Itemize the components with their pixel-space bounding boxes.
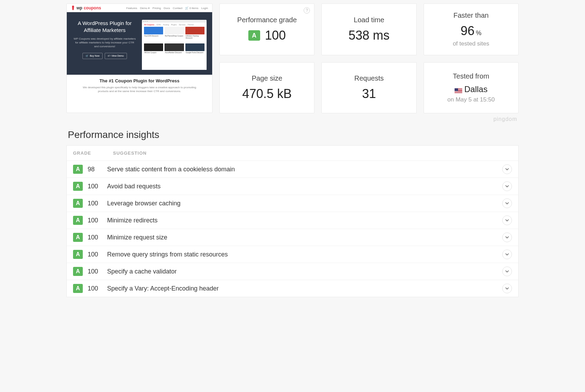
chevron-down-icon [505, 167, 509, 171]
preview-hero-sub: WP Coupons was developed by affiliate ma… [73, 37, 136, 49]
preview-buy-button: 🛒 Buy Now [82, 53, 103, 59]
grade-badge: A [73, 267, 83, 276]
insight-row[interactable]: A100Specify a cache validator [67, 263, 518, 280]
insights-table: GRADE SUGGESTION A98Serve static content… [66, 145, 519, 297]
expand-button[interactable] [502, 267, 512, 276]
insight-row[interactable]: A100Remove query strings from static res… [67, 246, 518, 263]
insight-score: 100 [83, 268, 107, 275]
insight-row[interactable]: A100Avoid bad requests [67, 178, 518, 195]
insight-suggestion: Specify a Vary: Accept-Encoding header [107, 285, 502, 292]
expand-button[interactable] [502, 181, 512, 191]
chevron-down-icon [505, 269, 509, 273]
octopus-icon [71, 6, 75, 10]
insight-score: 100 [83, 251, 107, 258]
metric-performance-grade: ? Performance grade A 100 [219, 3, 314, 55]
chevron-down-icon [505, 218, 509, 222]
insight-score: 100 [83, 183, 107, 190]
grade-badge: A [248, 30, 260, 41]
insight-score: 100 [83, 285, 107, 292]
insight-suggestion: Minimize redirects [107, 217, 502, 224]
insight-suggestion: Serve static content from a cookieless d… [107, 166, 502, 173]
grade-badge: A [73, 182, 83, 191]
expand-button[interactable] [502, 215, 512, 225]
preview-tagline: The #1 Coupon Plugin for WordPress [81, 78, 198, 83]
metric-faster-than: Faster than 96% of tested sites [424, 3, 519, 55]
insight-score: 100 [83, 200, 107, 207]
insight-row[interactable]: A100Minimize redirects [67, 212, 518, 229]
insight-suggestion: Remove query strings from static resourc… [107, 251, 502, 258]
us-flag-icon [455, 88, 462, 93]
expand-button[interactable] [502, 284, 512, 293]
metric-tested-from: Tested from Dallas on May 5 at 15:50 [424, 62, 519, 113]
preview-hero-title: A WordPress Plugin for Affiliate Markete… [72, 20, 137, 33]
site-screenshot: wpcoupons FeaturesDemo ▾PricingDocsConta… [66, 3, 213, 113]
insight-score: 100 [83, 234, 107, 241]
grade-badge: A [73, 250, 83, 259]
insights-heading: Performance insights [68, 129, 519, 140]
insight-suggestion: Avoid bad requests [107, 183, 502, 190]
preview-nav: FeaturesDemo ▾PricingDocsContact🛒 0 item… [126, 7, 208, 10]
chevron-down-icon [505, 286, 509, 291]
insight-row[interactable]: A100Specify a Vary: Accept-Encoding head… [67, 280, 518, 297]
expand-button[interactable] [502, 250, 512, 259]
grade-badge: A [73, 233, 83, 242]
metric-page-size: Page size 470.5 kB [219, 62, 314, 113]
help-icon[interactable]: ? [304, 7, 310, 14]
expand-button[interactable] [502, 232, 512, 242]
preview-tag-sub: We developed this plugin specifically to… [81, 85, 198, 93]
expand-button[interactable] [502, 198, 512, 208]
insight-suggestion: Specify a cache validator [107, 268, 502, 275]
metric-requests: Requests 31 [321, 62, 416, 113]
chevron-down-icon [505, 252, 509, 256]
grade-badge: A [73, 284, 83, 293]
chevron-down-icon [505, 184, 509, 188]
grade-badge: A [73, 199, 83, 208]
grade-badge: A [73, 165, 83, 174]
insight-row[interactable]: A98Serve static content from a cookieles… [67, 161, 518, 178]
preview-logo: wpcoupons [71, 6, 101, 10]
insight-suggestion: Minimize request size [107, 234, 502, 241]
metric-load-time: Load time 538 ms [321, 3, 416, 55]
insight-row[interactable]: A100Leverage browser caching [67, 195, 518, 212]
insight-score: 100 [83, 217, 107, 224]
grade-badge: A [73, 216, 83, 225]
insight-suggestion: Leverage browser caching [107, 200, 502, 207]
preview-demo-button: 🏷 View Demo [105, 53, 127, 59]
expand-button[interactable] [502, 164, 512, 174]
chevron-down-icon [505, 201, 509, 205]
insight-row[interactable]: A100Minimize request size [67, 229, 518, 246]
insight-score: 98 [83, 166, 107, 173]
insights-header-row: GRADE SUGGESTION [67, 146, 518, 161]
pingdom-brand: pingdom [66, 116, 517, 122]
chevron-down-icon [505, 235, 509, 239]
